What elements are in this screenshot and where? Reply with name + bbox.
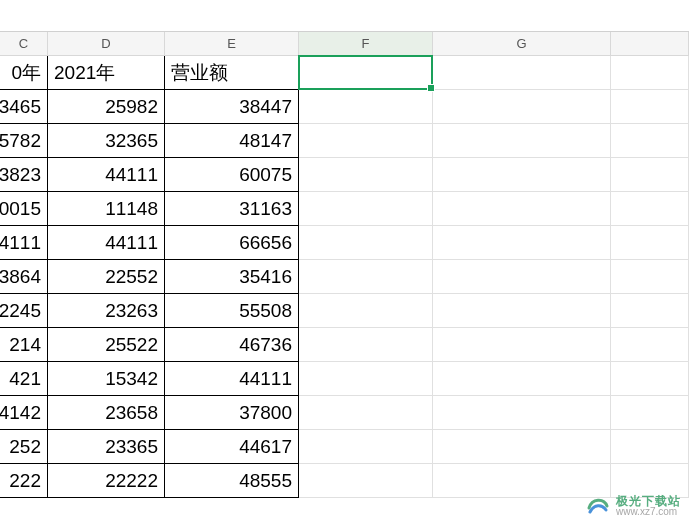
table-row: 41114411166656 (0, 226, 689, 260)
formula-bar[interactable] (0, 0, 689, 32)
data-cell[interactable]: 25522 (48, 328, 165, 362)
header-cell[interactable]: 2021年 (48, 56, 165, 90)
data-cell[interactable]: 23263 (48, 294, 165, 328)
column-header-blank[interactable] (611, 32, 689, 56)
data-cell[interactable]: 32365 (48, 124, 165, 158)
data-cell[interactable]: 44111 (165, 362, 299, 396)
empty-cell[interactable] (433, 260, 611, 294)
data-cell[interactable]: 48147 (165, 124, 299, 158)
data-cell[interactable]: 3864 (0, 260, 48, 294)
empty-cell[interactable] (299, 56, 433, 90)
data-cell[interactable]: 46736 (165, 328, 299, 362)
spreadsheet: CDEFG 0年2021年营业额346525982384475782323654… (0, 32, 689, 498)
table-row: 38234411160075 (0, 158, 689, 192)
data-cell[interactable]: 48555 (165, 464, 299, 498)
data-cell[interactable]: 60075 (165, 158, 299, 192)
table-row: 0年2021年营业额 (0, 56, 689, 90)
data-cell[interactable]: 3823 (0, 158, 48, 192)
table-row: 34652598238447 (0, 90, 689, 124)
empty-cell[interactable] (433, 396, 611, 430)
data-cell[interactable]: 3465 (0, 90, 48, 124)
data-cell[interactable]: 22222 (48, 464, 165, 498)
data-cell[interactable]: 22552 (48, 260, 165, 294)
empty-cell[interactable] (611, 396, 689, 430)
data-cell[interactable]: 2245 (0, 294, 48, 328)
data-cell[interactable]: 35416 (165, 260, 299, 294)
empty-cell[interactable] (433, 464, 611, 498)
data-cell[interactable]: 4142 (0, 396, 48, 430)
empty-cell[interactable] (611, 430, 689, 464)
data-cell[interactable]: 11148 (48, 192, 165, 226)
data-cell[interactable]: 421 (0, 362, 48, 396)
data-cell[interactable]: 66656 (165, 226, 299, 260)
empty-cell[interactable] (299, 90, 433, 124)
empty-cell[interactable] (299, 396, 433, 430)
data-cell[interactable]: 44111 (48, 158, 165, 192)
empty-cell[interactable] (299, 124, 433, 158)
empty-cell[interactable] (299, 430, 433, 464)
empty-cell[interactable] (433, 192, 611, 226)
empty-cell[interactable] (433, 56, 611, 90)
column-header-G[interactable]: G (433, 32, 611, 56)
empty-cell[interactable] (299, 192, 433, 226)
column-header-F[interactable]: F (299, 32, 433, 56)
data-cell[interactable]: 15342 (48, 362, 165, 396)
table-row: 41422365837800 (0, 396, 689, 430)
data-cell[interactable]: 44617 (165, 430, 299, 464)
watermark-url: www.xz7.com (616, 507, 681, 517)
empty-cell[interactable] (611, 260, 689, 294)
header-cell[interactable]: 0年 (0, 56, 48, 90)
empty-cell[interactable] (299, 362, 433, 396)
empty-cell[interactable] (433, 158, 611, 192)
empty-cell[interactable] (611, 124, 689, 158)
table-row: 2142552246736 (0, 328, 689, 362)
empty-cell[interactable] (433, 226, 611, 260)
empty-cell[interactable] (611, 192, 689, 226)
column-header-D[interactable]: D (48, 32, 165, 56)
table-row: 57823236548147 (0, 124, 689, 158)
empty-cell[interactable] (299, 294, 433, 328)
data-cell[interactable]: 0015 (0, 192, 48, 226)
column-header-C[interactable]: C (0, 32, 48, 56)
data-cell[interactable]: 44111 (48, 226, 165, 260)
empty-cell[interactable] (299, 464, 433, 498)
empty-cell[interactable] (611, 294, 689, 328)
data-cell[interactable]: 25982 (48, 90, 165, 124)
empty-cell[interactable] (611, 362, 689, 396)
table-row: 2222222248555 (0, 464, 689, 498)
empty-cell[interactable] (611, 158, 689, 192)
empty-cell[interactable] (299, 158, 433, 192)
empty-cell[interactable] (433, 90, 611, 124)
watermark-text: 极光下载站 www.xz7.com (616, 495, 681, 517)
data-cell[interactable]: 214 (0, 328, 48, 362)
data-cell[interactable]: 222 (0, 464, 48, 498)
empty-cell[interactable] (611, 464, 689, 498)
empty-cell[interactable] (433, 430, 611, 464)
empty-cell[interactable] (433, 362, 611, 396)
header-cell[interactable]: 营业额 (165, 56, 299, 90)
data-cell[interactable]: 23658 (48, 396, 165, 430)
empty-cell[interactable] (433, 124, 611, 158)
data-cell[interactable]: 23365 (48, 430, 165, 464)
watermark: 极光下载站 www.xz7.com (586, 494, 681, 518)
table-row: 00151114831163 (0, 192, 689, 226)
data-cell[interactable]: 37800 (165, 396, 299, 430)
empty-cell[interactable] (433, 328, 611, 362)
empty-cell[interactable] (611, 56, 689, 90)
table-row: 4211534244111 (0, 362, 689, 396)
data-cell[interactable]: 252 (0, 430, 48, 464)
empty-cell[interactable] (611, 328, 689, 362)
empty-cell[interactable] (611, 226, 689, 260)
data-cell[interactable]: 31163 (165, 192, 299, 226)
column-headers: CDEFG (0, 32, 689, 56)
empty-cell[interactable] (299, 260, 433, 294)
column-header-E[interactable]: E (165, 32, 299, 56)
data-cell[interactable]: 4111 (0, 226, 48, 260)
data-cell[interactable]: 5782 (0, 124, 48, 158)
empty-cell[interactable] (299, 328, 433, 362)
empty-cell[interactable] (299, 226, 433, 260)
empty-cell[interactable] (611, 90, 689, 124)
empty-cell[interactable] (433, 294, 611, 328)
data-cell[interactable]: 38447 (165, 90, 299, 124)
data-cell[interactable]: 55508 (165, 294, 299, 328)
